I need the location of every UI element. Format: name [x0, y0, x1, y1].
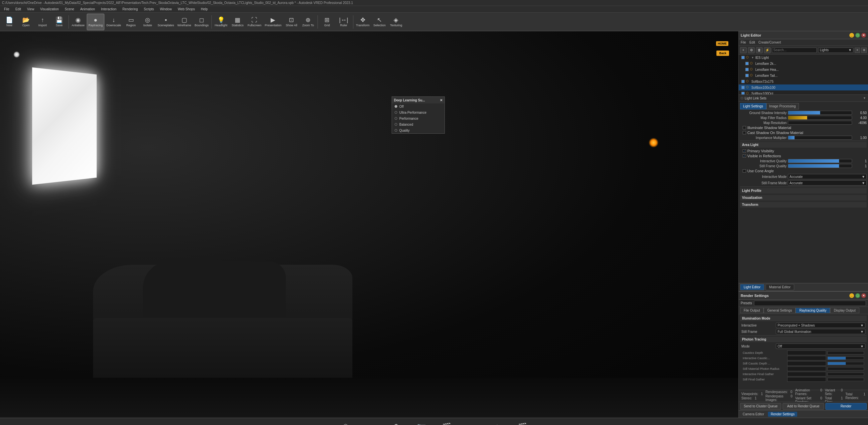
menu-item-visualization[interactable]: Visualization	[37, 7, 62, 12]
light-list-item-softbox_100x100[interactable]: ⬡ Softbox100x100	[739, 85, 868, 90]
toolbar-btn-raytracing[interactable]: ●Raytracing	[87, 13, 104, 30]
illumination-mode-section[interactable]: Illumination Mode	[740, 315, 867, 321]
light-check-lensflare_2k[interactable]	[745, 62, 749, 65]
render-button[interactable]: Render	[826, 403, 867, 410]
le-view-button[interactable]: ≡	[855, 48, 860, 53]
light-check-lensflare_hea[interactable]	[745, 68, 749, 71]
menu-item-window[interactable]: Window	[157, 7, 175, 12]
presets-dropdown[interactable]	[754, 301, 866, 306]
send-cluster-queue-button[interactable]: Send to Cluster Queue	[740, 403, 781, 410]
area-light-section[interactable]: Area Light	[740, 142, 867, 148]
use-cone-angle-checkbox[interactable]	[743, 169, 746, 173]
bottom-toolbar-btn-curves[interactable]: 〜Curves	[462, 422, 482, 425]
visualization-section[interactable]: Visualization	[740, 195, 867, 201]
rs-restore-button[interactable]: □	[856, 293, 860, 298]
toolbar-btn-antialiase[interactable]: ◉Antialiase	[70, 13, 86, 30]
light-list-item-softbox_100oct[interactable]: ⬡ Softbox100Oct	[739, 90, 868, 94]
menu-item-view[interactable]: View	[24, 7, 37, 12]
rs-close-button[interactable]: ✕	[861, 293, 866, 298]
rs-tab-file-output[interactable]: File Output	[740, 308, 764, 313]
light-check-lensflare_tail[interactable]	[745, 74, 749, 77]
transform-section[interactable]: Transform	[740, 202, 867, 208]
le-menu-create[interactable]: Create/Convert	[758, 40, 781, 44]
light-editor-restore-button[interactable]: □	[856, 33, 860, 37]
light-profile-section[interactable]: Light Profile	[740, 188, 867, 193]
visible-reflections-checkbox[interactable]	[743, 154, 746, 158]
rs-interactive-dropdown[interactable]: Precomputed + Shadows ▼	[776, 323, 865, 328]
toolbar-btn-import[interactable]: ↑Import	[35, 13, 51, 30]
light-list-item-lensflare_hea[interactable]: ⬡ Lensflare Hea...	[739, 66, 868, 72]
interactive-mode-dropdown[interactable]: Accurate ▼	[788, 174, 867, 179]
dls-item-ultra_performance[interactable]: Ultra-Performance	[392, 110, 444, 115]
menu-item-help[interactable]: Help	[198, 7, 211, 12]
map-resolution-slider[interactable]	[788, 121, 852, 125]
toolbar-btn-selection[interactable]: ↖Selection	[371, 13, 387, 30]
light-check-ies_light[interactable]	[741, 56, 745, 59]
le-delete-button[interactable]: 🗑	[756, 47, 763, 53]
bottom-toolbar-btn-clips[interactable]: 🎬Clips	[437, 423, 457, 425]
photon-mode-dropdown[interactable]: Off ▼	[776, 343, 865, 349]
toolbar-btn-showall[interactable]: ⊡Show All	[284, 13, 300, 30]
menu-item-web shops[interactable]: Web Shops	[175, 7, 198, 12]
light-check-softbox_72x175[interactable]	[741, 80, 745, 83]
light-editor-search[interactable]	[772, 48, 817, 53]
dls-item-balanced[interactable]: Balanced	[392, 121, 444, 127]
toolbar-btn-isolate[interactable]: ◎Isolate	[140, 13, 156, 30]
tab-image-processing[interactable]: Image Processing	[766, 103, 799, 110]
le-menu-file[interactable]: File	[741, 40, 746, 44]
tab-light-settings[interactable]: Light Settings	[740, 103, 766, 110]
le-btab-light-editor[interactable]: Light Editor	[740, 284, 764, 290]
rs-minimize-button[interactable]: _	[849, 293, 854, 298]
menu-item-animation[interactable]: Animation	[78, 7, 97, 12]
toolbar-btn-downscale[interactable]: ↓Downscale	[105, 13, 122, 30]
toolbar-btn-texturing[interactable]: ◈Texturing	[388, 13, 404, 30]
toolbar-btn-new[interactable]: 📄New	[1, 13, 17, 30]
light-editor-close-button[interactable]: ✕	[861, 33, 866, 37]
bottom-toolbar-btn-vsets[interactable]: ◈VSets	[487, 423, 507, 425]
bottom-toolbar-btn-transform[interactable]: ↔Transform	[361, 423, 381, 425]
toolbar-btn-transform[interactable]: ✥Transform	[355, 13, 371, 30]
menu-item-rendering[interactable]: Rendering	[120, 7, 140, 12]
toolbar-btn-statistics[interactable]: ▦Statistics	[230, 13, 246, 30]
toolbar-btn-ruler[interactable]: |↔|Ruler	[336, 13, 352, 30]
toolbar-btn-wireframe[interactable]: ▢Wireframe	[176, 13, 193, 30]
bottom-toolbar-btn-materials[interactable]: ⬢Materials	[386, 423, 406, 425]
light-editor-minimize-button[interactable]: _	[849, 33, 854, 37]
bottom-toolbar-btn-graph[interactable]: ⬡Graph	[336, 423, 356, 425]
menu-item-scene[interactable]: Scene	[62, 7, 77, 12]
toolbar-btn-headlight[interactable]: 💡Headlight	[213, 13, 229, 30]
light-list-item-ies_light[interactable]: ⬡ ▼ IES Light	[739, 55, 868, 61]
menu-item-file[interactable]: File	[1, 7, 12, 12]
nav-cube[interactable]: HOME Back	[705, 38, 732, 64]
le-add-button[interactable]: +	[740, 47, 747, 53]
toolbar-btn-sceneplates[interactable]: ▪Sceneplates	[156, 13, 176, 30]
toolbar-btn-region[interactable]: ▭Region	[123, 13, 139, 30]
toolbar-btn-zoomto[interactable]: ⊕Zoom To	[300, 13, 316, 30]
crt-tab-1[interactable]: Render Settings	[768, 412, 797, 417]
dls-item-performance[interactable]: Performance	[392, 115, 444, 121]
nav-home-label[interactable]: HOME	[716, 41, 728, 46]
primary-visibility-checkbox[interactable]	[743, 149, 746, 153]
dls-item-quality[interactable]: Quality	[392, 127, 444, 133]
light-check-softbox_100x100[interactable]	[741, 86, 745, 89]
bottom-toolbar-btn-render[interactable]: 🎬Render	[513, 423, 533, 425]
toolbar-btn-presentation[interactable]: ▶Presentation	[263, 13, 283, 30]
toolbar-btn-save[interactable]: 💾Save	[51, 13, 67, 30]
viewport[interactable]: HOME Back	[0, 31, 738, 418]
crt-tab-0[interactable]: Camera Editor	[740, 412, 767, 417]
light-check-softbox_100oct[interactable]	[741, 92, 745, 94]
light-list-item-lensflare_2k[interactable]: ⬡ Lensflare 2k...	[739, 61, 868, 66]
importance-multiplier-slider[interactable]	[788, 136, 852, 140]
rs-tab-display-output[interactable]: Display Output	[830, 308, 859, 313]
le-convert-button[interactable]: ⚡	[764, 47, 771, 53]
nav-back-button[interactable]: Back	[716, 51, 729, 56]
rs-tab-raytracing-quality[interactable]: Raytracing Quality	[796, 308, 830, 313]
bottom-toolbar-btn-cameras[interactable]: 📷Cameras	[411, 423, 432, 425]
still-frame-quality-slider[interactable]	[788, 164, 852, 168]
still-frame-mode-dropdown[interactable]: Accurate ▼	[788, 180, 867, 186]
illuminate-shadow-checkbox[interactable]	[743, 126, 746, 129]
map-filter-slider[interactable]	[788, 116, 852, 120]
le-settings-button[interactable]: ⚙	[748, 47, 755, 53]
dls-close-icon[interactable]: ✕	[440, 98, 442, 102]
le-menu-edit[interactable]: Edit	[749, 40, 755, 44]
